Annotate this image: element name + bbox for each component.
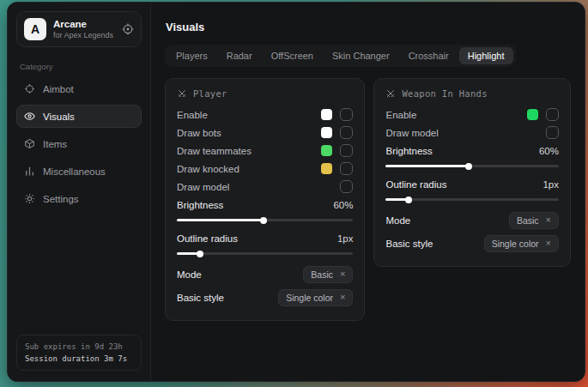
draw-bots-checkbox[interactable] [340,126,353,139]
outline-radius-slider[interactable] [385,198,559,201]
category-label: Category [20,62,138,71]
sidebar: A Arcane for Apex Legends Category [8,3,151,381]
setting-label: Outline radius [385,179,543,190]
tab-skin-changer[interactable]: Skin Changer [324,47,398,64]
sidebar-item-miscellaneous[interactable]: Miscellaneous [16,160,142,183]
tab-crosshair[interactable]: Crosshair [400,47,458,64]
draw-model-checkbox[interactable] [546,126,559,139]
card-title-label: Weapon In Hands [402,88,487,99]
outline-radius-value: 1px [337,233,354,244]
setting-row-draw-knocked: Draw knocked [177,160,353,178]
remove-icon[interactable]: × [340,293,345,302]
remove-icon[interactable]: × [340,269,345,279]
gear-icon [24,193,35,204]
chip-label: Single color [286,293,333,303]
main-panel: Visuals Players Radar OffScreen Skin Cha… [151,3,585,381]
brightness-value: 60% [539,146,559,156]
draw-knocked-checkbox[interactable] [340,162,353,175]
session-duration-text: Session duration 3m 7s [25,354,133,363]
setting-label: Basic style [385,239,483,249]
outline-radius-value: 1px [543,179,559,190]
setting-row-mode: Mode Basic × [177,263,353,286]
draw-model-checkbox[interactable] [340,180,353,193]
sidebar-item-settings[interactable]: Settings [16,187,142,210]
sub-expires-text: Sub expires in 9d 23h [25,342,133,351]
sidebar-item-label: Settings [43,194,79,204]
crossed-swords-icon [177,88,187,99]
sidebar-item-label: Items [43,139,67,149]
bars-icon [24,166,35,177]
setting-label: Draw knocked [177,164,321,174]
setting-label: Enable [177,110,321,120]
chip-label: Basic [311,269,333,280]
tab-offscreen[interactable]: OffScreen [263,47,322,64]
enable-checkbox[interactable] [340,108,353,121]
color-swatch[interactable] [321,163,332,174]
brightness-slider[interactable] [385,165,559,167]
slider-fill [177,252,200,255]
mode-chip[interactable]: Basic × [303,266,353,283]
brightness-value: 60% [333,200,353,210]
remove-icon[interactable]: × [546,239,551,248]
slider-thumb[interactable] [197,251,203,257]
slider-fill [177,219,264,221]
weapon-card-header: Weapon In Hands [385,88,559,99]
tab-radar[interactable]: Radar [218,47,261,64]
page-title: Visuals [166,21,571,33]
setting-row-mode: Mode Basic × [385,209,559,232]
card-title-label: Player [193,88,227,99]
mode-chip[interactable]: Basic × [509,212,559,229]
setting-row-outline-radius: Outline radius 1px [177,229,353,247]
setting-label: Mode [385,215,508,226]
crossed-swords-icon [385,88,396,99]
slider-fill [385,165,469,167]
weapon-in-hands-card: Weapon In Hands Enable Draw model Bright… [373,78,571,267]
draw-teammates-checkbox[interactable] [340,144,353,157]
remove-icon[interactable]: × [546,215,551,225]
slider-thumb[interactable] [465,163,472,170]
sidebar-item-items[interactable]: Items [16,132,142,155]
setting-row-draw-teammates: Draw teammates [177,142,353,160]
setting-row-brightness: Brightness 60% [385,142,559,160]
slider-thumb[interactable] [260,217,267,224]
app-window: A Arcane for Apex Legends Category [7,2,585,382]
color-swatch[interactable] [321,145,332,156]
basic-style-chip[interactable]: Single color × [278,289,353,306]
setting-row-enable: Enable [177,106,353,124]
slider-thumb[interactable] [405,197,412,203]
setting-row-brightness: Brightness 60% [177,196,353,214]
sidebar-item-label: Visuals [43,112,75,122]
subscription-info: Sub expires in 9d 23h Session duration 3… [16,335,142,371]
target-icon[interactable] [122,23,134,35]
sidebar-item-visuals[interactable]: Visuals [16,105,142,128]
brightness-slider[interactable] [177,219,353,221]
setting-label: Mode [177,269,303,280]
sidebar-nav: Aimbot Visuals I [16,77,142,210]
desktop-background: A Arcane for Apex Legends Category [0,0,588,387]
slider-fill [385,198,408,201]
setting-label: Brightness [385,146,539,156]
sidebar-item-aimbot[interactable]: Aimbot [16,77,142,100]
crosshair-icon [24,83,35,94]
setting-row-basic-style: Basic style Single color × [385,232,559,255]
setting-row-draw-model: Draw model [385,124,559,142]
setting-label: Outline radius [177,233,337,244]
outline-radius-slider[interactable] [177,252,353,255]
tab-bar: Players Radar OffScreen Skin Changer Cro… [165,45,516,67]
setting-label: Enable [385,110,527,120]
color-swatch[interactable] [321,109,332,120]
color-swatch[interactable] [321,127,332,138]
eye-icon [24,111,35,122]
app-subtitle: for Apex Legends [53,31,115,39]
setting-row-enable: Enable [385,106,559,124]
app-meta: Arcane for Apex Legends [53,19,115,39]
tab-players[interactable]: Players [167,47,216,64]
tab-highlight[interactable]: Highlight [459,47,513,64]
app-logo: A [24,18,46,40]
color-swatch[interactable] [527,109,538,120]
app-header-card: A Arcane for Apex Legends [16,11,142,47]
cards-container: Player Enable Draw bots Draw teammates [165,78,571,321]
setting-label: Draw teammates [177,146,321,156]
basic-style-chip[interactable]: Single color × [484,235,559,252]
enable-checkbox[interactable] [546,108,559,121]
